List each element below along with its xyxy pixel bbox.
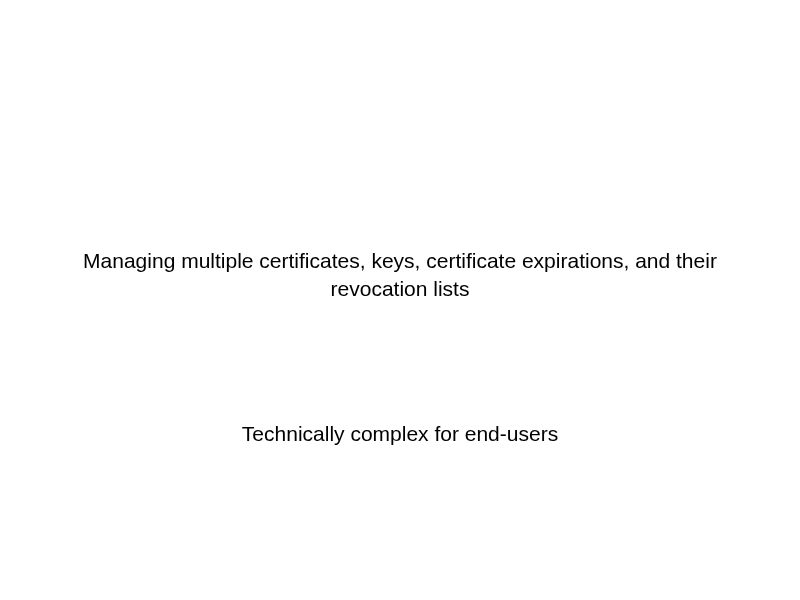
slide-text-line-2: Technically complex for end-users	[60, 422, 740, 446]
slide-text-line-1: Managing multiple certificates, keys, ce…	[60, 247, 740, 304]
